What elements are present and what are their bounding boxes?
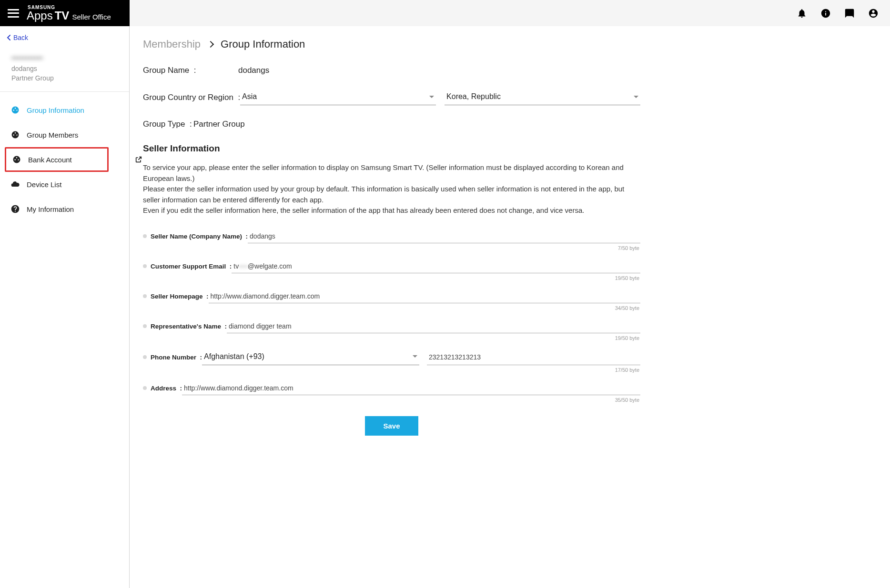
group-country-label: Group Country or Region: [143, 93, 233, 102]
sidebar: Back ----------- dodangs Partner Group G…: [0, 0, 130, 588]
topbar-left: SAMSUNG AppsTV Seller Office: [0, 0, 130, 26]
nav-group-members[interactable]: Group Members: [0, 122, 129, 147]
seller-name-row: Seller Name (Company Name) :: [143, 229, 640, 243]
brand-tv: TV: [55, 10, 70, 21]
country-select[interactable]: Korea, Republic: [445, 90, 640, 105]
support-email-input[interactable]: tv----@welgate.com: [232, 259, 640, 273]
user-name: -----------: [11, 53, 118, 63]
group-type-row: Group Type : Partner Group: [143, 120, 640, 129]
bullet-icon: [143, 294, 147, 298]
phone-number-input[interactable]: [427, 349, 640, 365]
hamburger-menu-icon[interactable]: [8, 9, 19, 18]
support-email-label: Customer Support Email: [151, 263, 226, 270]
breadcrumb-current: Group Information: [221, 38, 305, 50]
nav-label: Group Information: [27, 106, 84, 114]
group-type-label: Group Type: [143, 120, 185, 129]
brand-apps: Apps: [27, 10, 53, 21]
breadcrumb-parent[interactable]: Membership: [143, 38, 201, 50]
support-email-bytes: 19/50 byte: [143, 275, 640, 281]
seller-homepage-bytes: 34/50 byte: [143, 305, 640, 311]
seller-homepage-input[interactable]: [209, 289, 640, 303]
seller-homepage-row: Seller Homepage :: [143, 289, 640, 303]
back-label: Back: [13, 34, 28, 41]
representative-input[interactable]: [227, 319, 640, 333]
topbar-right: [130, 0, 890, 26]
save-button[interactable]: Save: [365, 416, 418, 436]
address-bytes: 35/50 byte: [143, 397, 640, 403]
cloud-icon: [10, 179, 20, 189]
group-type-value: Partner Group: [193, 120, 245, 129]
sidebar-nav: Group Information Group Members Bank Acc…: [0, 92, 129, 227]
chat-icon[interactable]: [844, 8, 855, 19]
nav-group-information[interactable]: Group Information: [0, 98, 129, 122]
address-label: Address: [151, 385, 176, 392]
nav-bank-account[interactable]: Bank Account: [5, 147, 109, 172]
group-country-row: Group Country or Region : Asia Korea, Re…: [143, 90, 640, 105]
chevron-down-icon: [429, 96, 434, 98]
bullet-icon: [143, 264, 147, 268]
breadcrumb: Membership Group Information: [143, 38, 640, 50]
nav-device-list[interactable]: Device List: [0, 172, 129, 197]
nav-label: Device List: [27, 180, 61, 189]
brand-logo[interactable]: SAMSUNG AppsTV Seller Office: [27, 5, 111, 21]
representative-row: Representative's Name :: [143, 319, 640, 333]
dashboard-icon: [10, 130, 20, 140]
user-group: dodangs: [11, 65, 118, 72]
bullet-icon: [143, 324, 147, 328]
notifications-icon[interactable]: [797, 8, 807, 19]
group-name-label: Group Name: [143, 66, 189, 75]
chevron-down-icon: [634, 96, 638, 98]
address-input[interactable]: [182, 381, 640, 395]
seller-homepage-label: Seller Homepage: [151, 293, 203, 300]
phone-country-value: Afghanistan (+93): [204, 352, 264, 361]
region-value: Asia: [242, 92, 257, 101]
user-group-type: Partner Group: [11, 74, 118, 82]
dashboard-icon: [12, 155, 21, 164]
seller-name-input[interactable]: [248, 229, 640, 243]
representative-label: Representative's Name: [151, 323, 221, 330]
phone-label: Phone Number: [151, 354, 196, 361]
phone-row: Phone Number : Afghanistan (+93): [143, 349, 640, 365]
region-select[interactable]: Asia: [240, 90, 436, 105]
phone-bytes: 17/50 byte: [143, 367, 640, 373]
brand-seller-office: Seller Office: [72, 13, 111, 20]
help-icon: [10, 204, 20, 214]
account-icon[interactable]: [868, 8, 879, 19]
bullet-icon: [143, 234, 147, 238]
nav-label: Group Members: [27, 131, 78, 139]
topbar: SAMSUNG AppsTV Seller Office: [0, 0, 890, 26]
support-email-row: Customer Support Email : tv----@welgate.…: [143, 259, 640, 273]
nav-label: Bank Account: [28, 156, 72, 164]
main-content: Membership Group Information Group Name …: [130, 0, 654, 588]
external-link-icon: [135, 156, 142, 163]
bullet-icon: [143, 355, 147, 359]
user-block: ----------- dodangs Partner Group: [0, 49, 129, 92]
back-link[interactable]: Back: [0, 26, 129, 49]
info-icon[interactable]: [820, 8, 831, 19]
chevron-down-icon: [413, 355, 417, 358]
nav-label: My Information: [27, 205, 74, 213]
seller-name-label: Seller Name (Company Name): [151, 233, 242, 240]
seller-info-description: To service your app, please enter the se…: [143, 162, 640, 216]
group-name-row: Group Name : dodangs: [143, 66, 640, 75]
representative-bytes: 19/50 byte: [143, 335, 640, 341]
seller-name-bytes: 7/50 byte: [143, 245, 640, 251]
address-row: Address :: [143, 381, 640, 395]
chevron-right-icon: [207, 41, 214, 48]
seller-info-title: Seller Information: [143, 143, 640, 154]
bullet-icon: [143, 386, 147, 390]
group-name-value: dodangs: [238, 66, 269, 75]
phone-country-select[interactable]: Afghanistan (+93): [202, 349, 419, 365]
country-value: Korea, Republic: [446, 92, 501, 101]
dashboard-icon: [10, 105, 20, 115]
nav-my-information[interactable]: My Information: [0, 197, 129, 221]
